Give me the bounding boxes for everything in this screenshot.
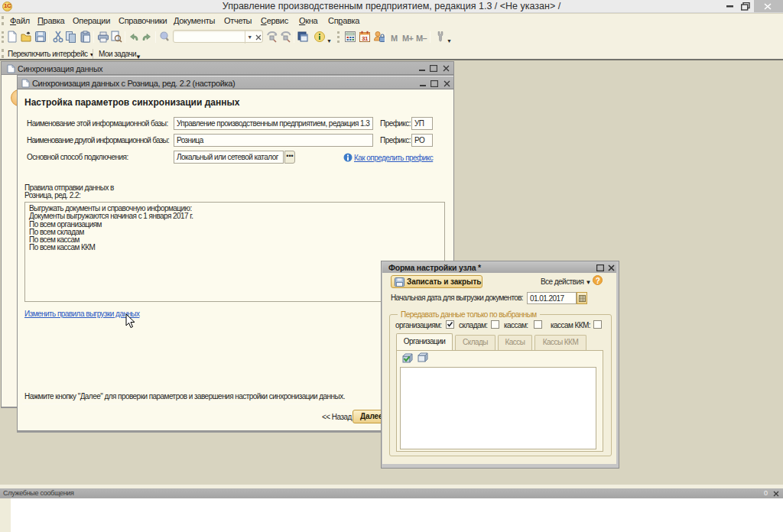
svg-text:31: 31 [362,35,369,42]
